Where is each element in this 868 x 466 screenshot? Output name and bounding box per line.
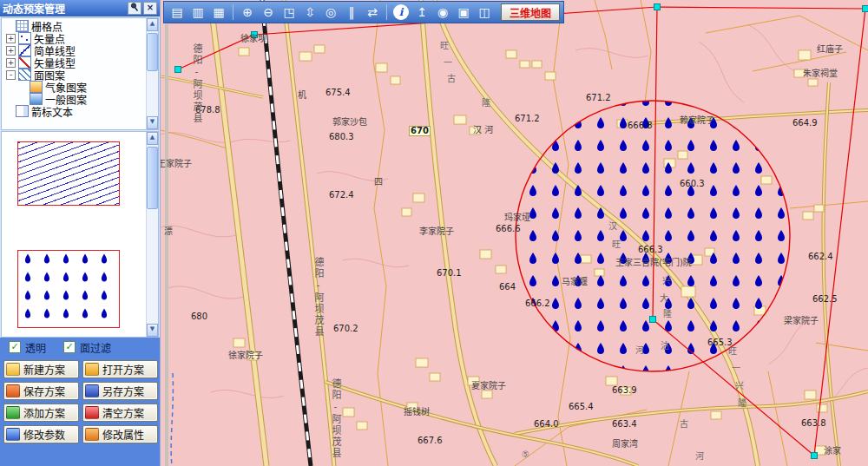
button-label: 另存方案 xyxy=(102,384,144,398)
add-plan-button[interactable]: 添加方案 xyxy=(3,404,79,422)
checkbox-label: 透明 xyxy=(25,340,46,355)
area-pattern-icon xyxy=(18,69,31,81)
new-plan-button[interactable]: 新建方案 xyxy=(3,360,79,378)
checkbox-label: 面过滤 xyxy=(80,340,111,355)
button-label: 打开方案 xyxy=(102,362,144,377)
map-toolbar: ▤▥▦⊕⊖◳⇳◎‖⇄i↥◉▣◫ 三维地图 xyxy=(163,1,564,23)
vertex-handle[interactable] xyxy=(252,32,258,38)
save-plan-icon xyxy=(6,384,20,397)
tree-scrollbar[interactable]: ▲ ▼ xyxy=(146,18,158,129)
close-icon[interactable]: × xyxy=(143,2,157,15)
overview-map-icon[interactable]: ▤ xyxy=(168,3,187,22)
zoom-full-icon[interactable]: ◎ xyxy=(321,3,340,22)
zoom-window-icon[interactable]: ◳ xyxy=(279,3,299,22)
expand-icon[interactable]: + xyxy=(6,58,16,68)
arrow-text-icon xyxy=(16,105,29,117)
toolbar-separator xyxy=(233,4,233,20)
panel-actions: ✓透明✓面过滤 新建方案打开方案保存方案另存方案添加方案清空方案修改参数修改属性 xyxy=(0,338,160,466)
button-label: 清空方案 xyxy=(102,405,144,420)
pin-icon-glyph xyxy=(130,3,139,12)
modify-params-button[interactable]: 修改参数 xyxy=(3,425,79,443)
save-plan-button[interactable]: 保存方案 xyxy=(3,382,79,400)
pause-icon[interactable]: ‖ xyxy=(342,3,361,22)
expand-icon[interactable]: + xyxy=(6,34,16,43)
zoom-in-icon[interactable]: ⊕ xyxy=(238,3,257,22)
modify-attrs-button[interactable]: 修改属性 xyxy=(82,425,158,443)
layers-grid-icon[interactable]: ▦ xyxy=(209,3,228,22)
saveas-plan-icon xyxy=(85,384,99,397)
drops-swatch-art xyxy=(18,251,117,325)
print-icon[interactable]: ▣ xyxy=(454,3,473,22)
button-label: 新建方案 xyxy=(23,362,65,377)
save-icon[interactable]: ◫ xyxy=(475,3,494,22)
map-3d-button[interactable]: 三维地图 xyxy=(501,3,560,21)
pin-icon[interactable] xyxy=(128,2,141,15)
vertex-handle[interactable] xyxy=(650,317,656,323)
globe-icon[interactable]: ◉ xyxy=(433,3,452,22)
button-label: 修改参数 xyxy=(23,427,65,442)
expand-icon[interactable]: + xyxy=(6,46,16,56)
clear-plan-button[interactable]: 清空方案 xyxy=(82,404,158,422)
checkbox-transparent-box[interactable]: ✓ xyxy=(9,341,21,353)
plan-buttons: 新建方案打开方案保存方案另存方案添加方案清空方案修改参数修改属性 xyxy=(0,357,160,443)
tree-item-arrow-text[interactable]: 箭标文本 xyxy=(3,105,146,117)
modify-attrs-icon xyxy=(85,428,99,441)
export-icon[interactable]: ↥ xyxy=(412,3,431,22)
tree-item-label: 箭标文本 xyxy=(31,104,73,119)
tree-item-vector-linetype[interactable]: +矢量线型 xyxy=(3,56,146,69)
vertex-handle[interactable] xyxy=(863,6,868,12)
zoom-out-icon[interactable]: ⊖ xyxy=(259,3,278,22)
pan-icon[interactable]: ⇳ xyxy=(300,3,319,22)
saveas-plan-button[interactable]: 另存方案 xyxy=(82,382,158,400)
clear-plan-icon xyxy=(85,406,99,419)
panel-title: 动态预案管理 xyxy=(3,1,126,16)
vector-line-icon xyxy=(18,56,31,69)
modify-params-icon xyxy=(6,428,20,441)
panel-titlebar[interactable]: 动态预案管理 × xyxy=(0,0,160,16)
selected-area-pattern-circle[interactable] xyxy=(516,101,790,371)
tree-item-general-pattern[interactable]: 一般图案 xyxy=(3,93,146,105)
pattern-tree: 栅格点+矢量点+简单线型+矢量线型-面图案气象图案一般图案箭标文本 xyxy=(2,18,146,129)
map-canvas[interactable] xyxy=(161,0,868,466)
pattern-swatch-hatch[interactable] xyxy=(17,141,120,206)
scroll-down-icon[interactable]: ▼ xyxy=(147,116,158,129)
open-plan-icon xyxy=(85,363,99,376)
filter-options: ✓透明✓面过滤 xyxy=(0,338,160,357)
new-plan-icon xyxy=(6,363,20,376)
vertex-handle[interactable] xyxy=(812,453,818,459)
tree-item-raster-point[interactable]: 栅格点 xyxy=(3,20,146,32)
pattern-scroll-thumb[interactable] xyxy=(147,147,158,209)
checkbox-area-filter-box[interactable]: ✓ xyxy=(63,341,76,353)
vertex-handle[interactable] xyxy=(175,67,181,73)
pattern-preview-list xyxy=(2,132,146,337)
vector-point-icon xyxy=(18,32,31,44)
collapse-icon[interactable]: - xyxy=(6,70,16,80)
scroll-up-icon[interactable]: ▲ xyxy=(147,18,158,31)
pattern-swatch-drops[interactable] xyxy=(17,250,120,328)
pattern-preview-container: ▲ ▼ xyxy=(1,131,159,338)
checkbox-area-filter[interactable]: ✓面过滤 xyxy=(63,340,111,355)
vertex-handle[interactable] xyxy=(654,4,661,10)
pattern-scroll-track[interactable] xyxy=(147,145,158,324)
copy-map-icon[interactable]: ▥ xyxy=(188,3,207,22)
button-label: 修改属性 xyxy=(102,427,144,442)
tree-container: 栅格点+矢量点+简单线型+矢量线型-面图案气象图案一般图案箭标文本 ▲ ▼ xyxy=(1,17,159,130)
weather-pattern-icon xyxy=(30,81,43,93)
refresh-icon[interactable]: ⇄ xyxy=(363,3,382,22)
scroll-up-icon[interactable]: ▲ xyxy=(147,132,158,145)
scroll-down-icon[interactable]: ▼ xyxy=(147,324,158,337)
button-label: 保存方案 xyxy=(23,384,65,398)
checkbox-transparent[interactable]: ✓透明 xyxy=(9,340,46,355)
tree-scroll-track[interactable] xyxy=(147,31,158,116)
tree-scroll-thumb[interactable] xyxy=(147,33,158,71)
open-plan-button[interactable]: 打开方案 xyxy=(82,360,158,378)
info-icon[interactable]: i xyxy=(393,4,409,20)
pattern-scrollbar[interactable]: ▲ ▼ xyxy=(146,132,158,337)
simple-line-icon xyxy=(18,44,31,56)
button-label: 添加方案 xyxy=(23,405,65,420)
raster-point-icon xyxy=(16,20,29,32)
add-plan-icon xyxy=(6,406,20,419)
map-viewport[interactable]: 徐家坝红庙子朱家祠堂旺一古隆678.8机675.4郭家沙包680.3670汉 河… xyxy=(161,0,868,466)
toolbar-icons: ▤▥▦⊕⊖◳⇳◎‖⇄i↥◉▣◫ xyxy=(168,3,494,22)
toolbar-separator xyxy=(386,4,387,20)
